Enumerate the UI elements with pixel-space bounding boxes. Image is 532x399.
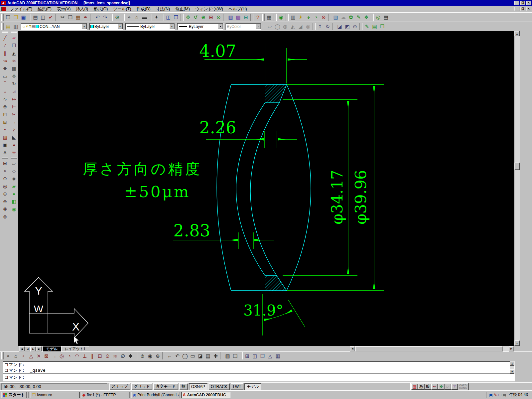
- toggle-grid[interactable]: グリッド: [131, 383, 152, 390]
- cylinder-button[interactable]: ◍: [281, 23, 289, 30]
- box-button[interactable]: ▱: [266, 23, 274, 30]
- ime-pad-button[interactable]: ☞: [445, 384, 451, 390]
- gouraud-shaded-button[interactable]: ●: [10, 190, 18, 198]
- cut-button[interactable]: ✂: [59, 13, 66, 21]
- lights-button[interactable]: ☀: [297, 13, 305, 21]
- ucs-face-button[interactable]: ◪: [197, 352, 204, 360]
- tab-model[interactable]: モデル: [43, 346, 61, 351]
- ucs-button[interactable]: ⌐: [166, 352, 174, 360]
- temporary-track-point-button[interactable]: ⌖: [125, 13, 133, 21]
- landscape-library-button[interactable]: ❖: [362, 13, 370, 21]
- paste-button[interactable]: ▦: [74, 13, 82, 21]
- vertical-scrollbar[interactable]: ▲ ▼: [514, 31, 520, 346]
- monitor-tray-icon[interactable]: ⊡: [498, 393, 501, 397]
- save-button[interactable]: ▣: [20, 13, 27, 21]
- interference-button[interactable]: ⊙: [351, 23, 359, 30]
- ucs-view-button[interactable]: ▤: [204, 352, 212, 360]
- extend-button[interactable]: →: [10, 118, 18, 126]
- zoom-in-button[interactable]: ⊕: [1, 190, 9, 198]
- pen-tray-icon[interactable]: ✎: [494, 393, 497, 397]
- materials-button[interactable]: ◕: [305, 13, 312, 21]
- zoom-extents-button[interactable]: ⊛: [1, 213, 9, 220]
- zoom-scale-button[interactable]: ⊙: [1, 175, 9, 182]
- toggle-model[interactable]: モデル: [244, 383, 261, 390]
- print-button[interactable]: ▤: [32, 13, 39, 21]
- ime-brand-button[interactable]: ▦: [411, 384, 418, 390]
- ucs-world-button[interactable]: ◯: [181, 352, 189, 360]
- osnap-intersection-button[interactable]: ✕: [35, 352, 43, 360]
- polyline-button[interactable]: ↝: [1, 57, 9, 65]
- slice-button[interactable]: ◪: [336, 23, 343, 30]
- flat-shaded-edges-button[interactable]: ◧: [10, 198, 18, 205]
- osnap-none-button[interactable]: ∅: [119, 352, 127, 360]
- toggle-otrack[interactable]: OTRACK: [208, 383, 230, 390]
- open-button[interactable]: ❐: [12, 13, 20, 21]
- view-top-button[interactable]: ⊞: [243, 352, 251, 360]
- materials-library-button[interactable]: ◔: [312, 13, 320, 21]
- ucs-object-button[interactable]: ▭: [189, 352, 197, 360]
- construction-line-button[interactable]: ∕: [1, 42, 9, 49]
- array-button[interactable]: ▦: [10, 65, 18, 72]
- doc-restore-button[interactable]: ❐: [520, 7, 525, 11]
- command-scroll-up-button[interactable]: ▲: [510, 361, 514, 366]
- torus-button[interactable]: ◎: [304, 23, 312, 30]
- zoom-out-button[interactable]: ⊖: [1, 198, 9, 205]
- properties-button[interactable]: ▥: [227, 13, 234, 21]
- ime-tools-button[interactable]: ✒: [431, 384, 438, 390]
- toolbar-grip[interactable]: [1, 14, 4, 21]
- zoom-dynamic-button[interactable]: ⌖: [1, 167, 9, 175]
- spline-button[interactable]: ∿: [1, 95, 9, 103]
- osnap-tangent-button[interactable]: ◠: [73, 352, 81, 360]
- command-prompt[interactable]: コマンド:: [3, 374, 514, 381]
- osnap-node-button[interactable]: ⊙: [104, 352, 111, 360]
- osnap-track-button[interactable]: ⌖: [4, 352, 12, 360]
- snap-from-button[interactable]: ⌂: [133, 13, 141, 21]
- lengthen-button[interactable]: ⊢: [10, 103, 18, 110]
- osnap-quadrant-button[interactable]: ◔: [66, 352, 73, 360]
- break-button[interactable]: ∤: [10, 126, 18, 133]
- zoom-center-button[interactable]: ◎: [1, 182, 9, 190]
- task-ffftp[interactable]: ◆fire1 (*) - FFFTP: [81, 392, 130, 398]
- task-iwamuro[interactable]: ❐iwamuro: [31, 392, 80, 398]
- command-scrollbar[interactable]: ▲ ▼: [510, 361, 514, 374]
- toolbar-grip[interactable]: [262, 14, 265, 21]
- hide-button[interactable]: ▦: [265, 13, 273, 21]
- task-autocad[interactable]: AAutoCAD 2000EDUC...: [181, 392, 230, 398]
- sphere-button[interactable]: ◯: [274, 23, 281, 30]
- vertical-scroll-thumb[interactable]: [514, 163, 520, 170]
- network-tray-icon[interactable]: ▣: [489, 393, 493, 397]
- copy-button[interactable]: ❑: [66, 13, 74, 21]
- inquiry-area-button[interactable]: ◉: [146, 352, 154, 360]
- redo-button[interactable]: ↷: [101, 13, 109, 21]
- revolve-button[interactable]: ↻: [324, 23, 332, 30]
- layer-freeze-icon[interactable]: ☀: [25, 25, 29, 28]
- osnap-parallel-button[interactable]: ∥: [88, 352, 96, 360]
- doc-close-button[interactable]: ✕: [526, 7, 531, 11]
- setup-view-button[interactable]: ▤: [371, 23, 378, 30]
- osnap-endpoint-button[interactable]: ▫: [20, 352, 27, 360]
- tab-last-button[interactable]: ▶|: [36, 346, 42, 351]
- mirror-button[interactable]: ◭: [10, 49, 18, 57]
- scroll-left-button[interactable]: ◀: [350, 346, 355, 351]
- layer-lock-icon[interactable]: ⊓: [29, 25, 32, 28]
- toolbar-grip[interactable]: [2, 157, 8, 159]
- drawing-canvas[interactable]: 4.07 2.26 2.83 φ34.17 φ39.96 31.9° 厚さ方向の…: [18, 31, 514, 346]
- layer-dropdown-arrow[interactable]: ▼: [81, 24, 87, 29]
- render-button[interactable]: ◉: [277, 13, 285, 21]
- statistics-button[interactable]: ▤: [382, 13, 390, 21]
- toolbar-grip[interactable]: [11, 157, 17, 159]
- zoom-all-button[interactable]: ✚: [1, 205, 9, 213]
- ime-conversion-mode-button[interactable]: 般: [425, 384, 431, 390]
- menu-insert[interactable]: 挿入(I): [73, 6, 91, 12]
- menu-tools[interactable]: ツール(T): [110, 6, 134, 12]
- undo-button[interactable]: ↶: [94, 13, 101, 21]
- insert-hyperlink-button[interactable]: ⊛: [113, 13, 121, 21]
- hidden-button[interactable]: ◆: [10, 175, 18, 182]
- erase-button[interactable]: ▰: [10, 34, 18, 42]
- menu-dimension[interactable]: 寸法(N): [153, 6, 173, 12]
- scroll-right-button[interactable]: ▶: [509, 346, 514, 351]
- menu-modify[interactable]: 修正(M): [173, 6, 193, 12]
- multiline-text-button[interactable]: A: [1, 149, 9, 156]
- command-scroll-down-button[interactable]: ▼: [510, 369, 514, 374]
- color-combo[interactable]: ByLayer ▼: [89, 23, 123, 30]
